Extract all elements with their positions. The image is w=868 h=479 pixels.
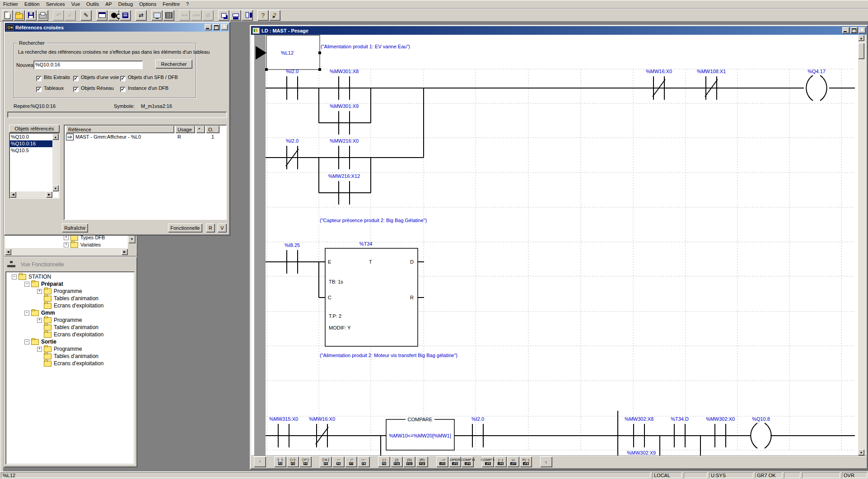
checkbox-checked-icon[interactable]: ✓ [73,76,79,81]
menu-debug[interactable]: Debug [115,0,136,8]
checkbox-instance-d-un-dfb[interactable]: ✓Instance d'un DFB [120,85,168,92]
contact-label-MW302X8[interactable]: %MW302:X8 [625,416,653,422]
functional-view-tree[interactable]: −STATION−Préparat+ProgrammeTables d'anim… [5,271,135,465]
menu-ap[interactable]: AP [102,0,115,8]
falling-edge-contact-button[interactable]: ┤N├F5 [320,456,332,467]
rung-comment[interactable]: ("Capteur présence produit 2: Big Bag Gé… [320,218,427,223]
checkbox-checked-icon[interactable]: ✓ [73,87,79,92]
menu-fen-tre[interactable]: Fenêtre [159,0,183,8]
dialog-titlebar[interactable]: Références croisées [5,23,229,32]
browser-horizontal-scrollbar[interactable]: ◀ ▶ [5,249,128,255]
transfer-button[interactable]: ⇄ [135,10,147,21]
checkbox-tableaux[interactable]: ✓Tableaux [36,85,64,92]
application-browser-tree[interactable]: + Types DFB + Variables [5,234,128,248]
save-button[interactable] [25,10,37,21]
scroll-right-icon[interactable]: ▶ [121,249,128,255]
timer-field[interactable]: T.P: 2 [329,313,341,319]
undo-button[interactable]: ↶ [53,10,64,21]
call-coil-button[interactable]: (··)+F6 [495,456,507,467]
rung-label[interactable]: %L12 [281,50,294,56]
checkbox-checked-icon[interactable]: ✓ [120,76,126,81]
timer-field[interactable]: TB: 1s [329,279,343,284]
checkbox-bits-extraits[interactable]: ✓Bits Extraits [36,74,70,81]
scroll-left-icon[interactable]: ◀ [5,249,11,255]
import-button[interactable]: ✎ [80,10,92,21]
expand-icon[interactable]: + [37,347,42,352]
expand-icon[interactable]: + [64,235,69,240]
selection-handle[interactable] [318,68,321,71]
reference-row[interactable]: LD MAST - Gmm:Afficheur - %L0 R 1 [65,133,226,140]
dialog-close-button[interactable] [221,24,228,30]
tree-item-ecrans-d-exploitation[interactable]: Ecrans d'exploitation [8,360,135,367]
menu-services[interactable]: Services [43,0,68,8]
validate-button[interactable]: ✓ [65,10,76,21]
timer-field[interactable]: MODIF: Y [329,325,351,330]
contact-label-T34D[interactable]: %T34.D [671,416,689,422]
scroll-left-icon[interactable]: ◀ [10,191,16,198]
stop-button[interactable]: STOP [191,10,202,21]
column-header-*[interactable]: * [196,126,205,133]
timer-pin-T[interactable]: T [369,259,372,265]
object-item[interactable]: %Q10.5 [10,147,52,154]
terminal-button[interactable] [151,10,163,21]
menu-edition[interactable]: Edition [21,0,43,8]
checkbox-checked-icon[interactable]: ✓ [120,87,126,92]
contact-label-MW16X0[interactable]: %MW16:X0 [646,69,672,74]
search-button[interactable] [108,10,119,21]
timer-pin-D[interactable]: D [410,259,414,265]
expand-icon[interactable]: + [37,318,42,323]
horizontal-wire-button[interactable]: ─F6 [332,456,345,467]
refresh-button[interactable]: Rafraîchir [62,223,88,233]
menu-fichier[interactable]: Fichier [0,0,21,8]
column-header-usage[interactable]: Usage [175,126,195,133]
ld-close-button[interactable] [859,27,866,33]
references-table[interactable]: RéférenceUsage*O. LD MAST - Gmm:Afficheu… [64,125,227,220]
jump-button[interactable]: →»+F2 [436,456,448,467]
timer-pin-R[interactable]: R [410,295,414,300]
collapse-icon[interactable]: − [24,339,29,344]
contact-label-MW302X0[interactable]: %MW302:X0 [706,416,735,422]
contact-label-MW315X0[interactable]: %MW315:X0 [269,416,298,422]
navigate-up-button[interactable]: ↑ [254,456,266,467]
tree-item-gmm[interactable]: −Gmm [8,309,135,316]
ld-window-titlebar[interactable]: LD : MAST - Pesage [251,26,867,35]
compare-title[interactable]: COMPARE [408,417,433,422]
tree-item-programme[interactable]: +Programme [8,288,135,295]
new-button[interactable] [2,10,13,21]
contact-label-I20[interactable]: %I2.0 [471,416,484,422]
v-filter-button[interactable]: V [218,223,227,233]
contact-label-MW16X0[interactable]: %MW16:X0 [309,416,335,422]
contact-label-MW301X8[interactable]: %MW301:X8 [330,69,359,74]
fonctionnelle-button[interactable]: Fonctionnelle [168,223,202,233]
coil-label-Q417[interactable]: %Q4.17 [807,69,826,74]
print-button[interactable] [37,10,48,21]
column-header-o-[interactable]: O. [206,126,219,133]
ld-minimize-button[interactable] [842,27,849,33]
referenced-objects-header[interactable]: Objets référencés [9,125,60,133]
r-filter-button[interactable]: R [206,223,215,233]
tree-item-pr-parat[interactable]: −Préparat [8,280,135,288]
branch-contact-label[interactable]: %MW302:X9 [627,450,656,456]
compare-expression[interactable]: %MW10<=%MW20[%MW1] [389,433,451,438]
vertical-compare-block-button[interactable]: COMP V+F5 [482,456,494,467]
tree-item-programme[interactable]: +Programme [8,345,135,353]
scroll-right-icon[interactable]: ▶ [46,191,52,198]
contact-label-I825[interactable]: %I8.25 [285,242,300,248]
tree-item-tables-d-animation[interactable]: Tables d'animation [8,324,135,331]
object-item[interactable]: %Q10.0 [10,134,52,140]
dialog-maximize-button[interactable] [213,24,220,30]
vertical-wire-button[interactable]: ↓*F7 [345,456,357,467]
collapse-icon[interactable]: − [24,282,29,287]
checkbox-objets-r-seau[interactable]: ✓Objets Réseau [73,85,114,92]
scroll-thumb[interactable] [858,43,864,59]
collapse-icon[interactable]: − [24,311,29,316]
rack-button[interactable] [163,10,174,21]
tile-horizontal-button[interactable] [230,10,241,21]
scroll-down-icon[interactable]: ▼ [858,449,864,456]
expand-icon[interactable]: + [64,242,69,247]
ladder-vertical-scrollbar[interactable]: ▲ ▼ [858,35,867,456]
help-button[interactable]: ? [257,10,269,21]
nouveau-input[interactable]: %Q10.0:16 [33,60,143,69]
selection-handle[interactable] [318,51,321,54]
link-tool-button[interactable]: ┐ [540,456,552,467]
